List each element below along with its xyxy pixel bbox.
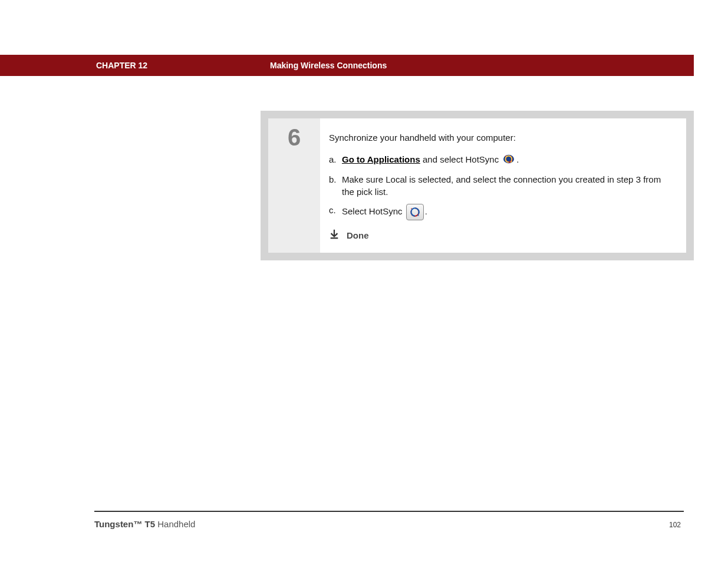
chapter-title: Making Wireless Connections bbox=[270, 61, 387, 70]
step-intro: Synchronize your handheld with your comp… bbox=[329, 131, 674, 144]
step-inner: 6 Synchronize your handheld with your co… bbox=[268, 118, 686, 253]
sub-marker-c: c. bbox=[329, 204, 342, 216]
footer-product-bold: Tungsten™ T5 bbox=[94, 519, 155, 529]
sub-c-before: Select HotSync bbox=[342, 206, 405, 216]
done-arrow-icon bbox=[329, 229, 340, 242]
hotsync-button-icon bbox=[406, 204, 424, 220]
go-to-applications-link[interactable]: Go to Applications bbox=[342, 154, 420, 164]
sub-step-b: b. Make sure Local is selected, and sele… bbox=[329, 173, 674, 198]
footer-product: Tungsten™ T5 Handheld bbox=[94, 519, 195, 529]
step-box: 6 Synchronize your handheld with your co… bbox=[261, 111, 694, 260]
sub-steps: a. Go to Applications and select HotSync… bbox=[329, 153, 674, 220]
step-content: Synchronize your handheld with your comp… bbox=[320, 118, 686, 253]
sub-text-b: Make sure Local is selected, and select … bbox=[342, 173, 674, 198]
step-number-cell: 6 bbox=[268, 118, 320, 253]
chapter-number: CHAPTER 12 bbox=[96, 61, 147, 70]
hotsync-icon bbox=[502, 154, 515, 167]
sub-a-period: . bbox=[516, 154, 519, 164]
done-row: Done bbox=[329, 229, 674, 242]
footer-product-rest: Handheld bbox=[155, 519, 195, 529]
sub-text-a: Go to Applications and select HotSync . bbox=[342, 153, 674, 167]
sub-c-period: . bbox=[425, 206, 427, 216]
page-number: 102 bbox=[669, 521, 681, 529]
step-number: 6 bbox=[268, 124, 320, 151]
sub-text-c: Select HotSync . bbox=[342, 204, 674, 220]
footer-rule bbox=[94, 511, 684, 512]
chapter-header: CHAPTER 12 Making Wireless Connections bbox=[0, 55, 694, 76]
done-label: Done bbox=[347, 229, 369, 242]
sub-marker-b: b. bbox=[329, 173, 342, 186]
sub-step-a: a. Go to Applications and select HotSync… bbox=[329, 153, 674, 167]
sub-a-after: and select HotSync bbox=[420, 154, 502, 164]
sub-step-c: c. Select HotSync . bbox=[329, 204, 674, 220]
sub-marker-a: a. bbox=[329, 153, 342, 166]
